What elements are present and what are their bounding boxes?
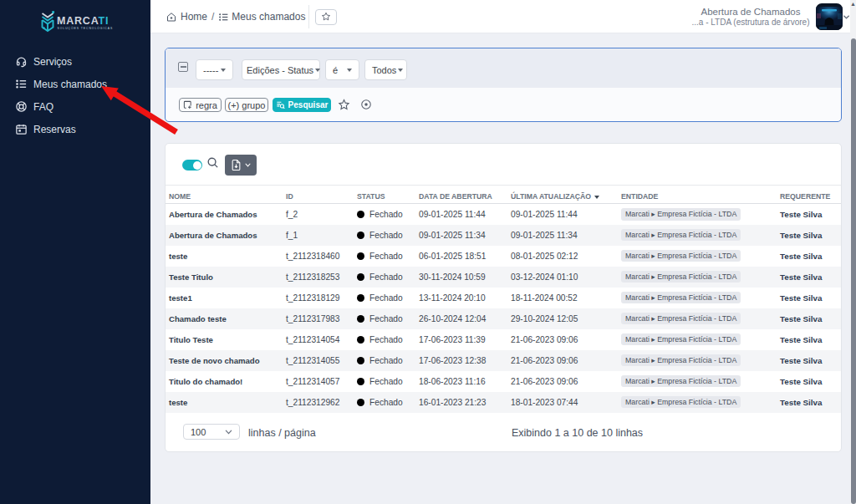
svg-text:MARCATI: MARCATI [57, 15, 109, 27]
svg-text:SOLUÇÕES TECNOLÓGICAS: SOLUÇÕES TECNOLÓGICAS [58, 26, 114, 30]
